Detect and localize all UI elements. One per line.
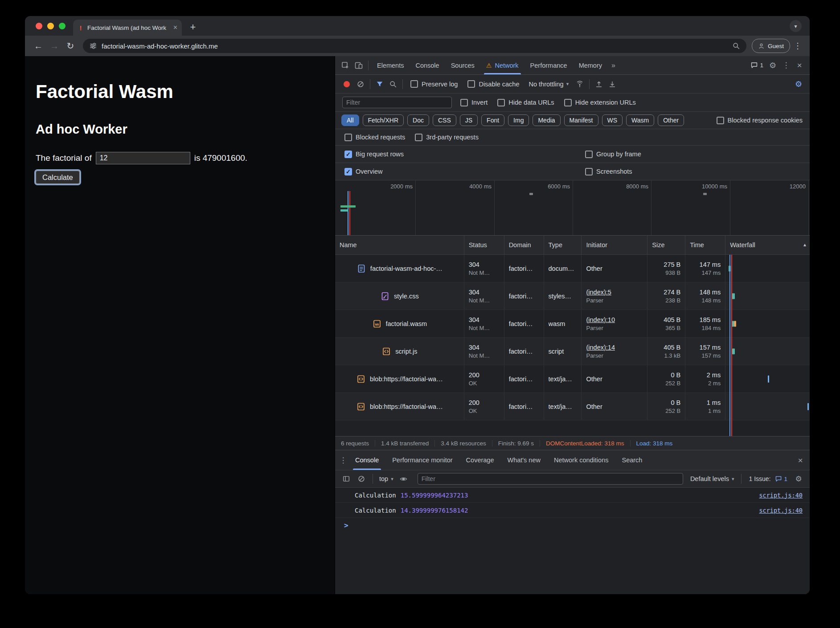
- overview-label[interactable]: Overview: [356, 168, 382, 175]
- big-request-rows-label[interactable]: Big request rows: [356, 151, 404, 158]
- hide-extension-urls-label[interactable]: Hide extension URLs: [575, 99, 636, 106]
- tab-console[interactable]: Console: [410, 56, 445, 74]
- group-by-frame-checkbox[interactable]: [585, 151, 593, 158]
- column-header-size[interactable]: Size: [647, 236, 685, 254]
- network-request-row[interactable]: blob:https://factorial-wa… 200OK factori…: [335, 393, 810, 420]
- drawer-close-icon[interactable]: ×: [794, 453, 807, 467]
- tab-elements[interactable]: Elements: [371, 56, 410, 74]
- column-header-status[interactable]: Status: [464, 236, 504, 254]
- screenshots-checkbox[interactable]: [585, 168, 593, 175]
- throttling-select[interactable]: No throttling ▾: [529, 81, 569, 88]
- initiator-link[interactable]: (index):5: [586, 289, 643, 296]
- drawer-tab-whats-new[interactable]: What's new: [500, 450, 547, 470]
- disable-cache-label[interactable]: Disable cache: [479, 81, 519, 88]
- import-har-icon[interactable]: [592, 77, 606, 91]
- devtools-menu-icon[interactable]: ⋮: [779, 59, 793, 72]
- filter-chip-font[interactable]: Font: [481, 114, 504, 126]
- filter-chip-img[interactable]: Img: [508, 114, 529, 126]
- omnibox[interactable]: factorial-wasm-ad-hoc-worker.glitch.me: [83, 39, 746, 53]
- column-header-initiator[interactable]: Initiator: [582, 236, 647, 254]
- hide-extension-urls-checkbox[interactable]: [564, 99, 572, 106]
- drawer-tab-coverage[interactable]: Coverage: [459, 450, 501, 470]
- tab-memory[interactable]: Memory: [573, 56, 608, 74]
- site-info-icon[interactable]: [89, 42, 97, 50]
- forward-button[interactable]: →: [47, 39, 61, 53]
- tab-search-button[interactable]: ▾: [790, 20, 802, 32]
- calculate-button[interactable]: Calculate: [36, 171, 80, 184]
- screenshots-label[interactable]: Screenshots: [596, 168, 632, 175]
- zoom-window-button[interactable]: [59, 23, 66, 29]
- live-expression-eye-icon[interactable]: [397, 472, 410, 485]
- initiator-link[interactable]: (index):10: [586, 316, 643, 323]
- third-party-requests-label[interactable]: 3rd-party requests: [426, 134, 479, 141]
- preserve-log-checkbox[interactable]: [410, 80, 418, 88]
- guest-badge[interactable]: Guest: [752, 39, 790, 53]
- device-toolbar-icon[interactable]: [352, 59, 365, 72]
- group-by-frame-label[interactable]: Group by frame: [596, 151, 641, 158]
- column-header-name[interactable]: Name: [335, 236, 464, 254]
- tab-network[interactable]: ⚠ Network: [480, 56, 524, 74]
- drawer-tab-performance-monitor[interactable]: Performance monitor: [385, 450, 459, 470]
- invert-checkbox[interactable]: [460, 99, 468, 106]
- console-filter-input[interactable]: [418, 473, 683, 485]
- hide-data-urls-checkbox[interactable]: [497, 99, 505, 106]
- network-settings-icon[interactable]: ⚙: [792, 77, 805, 91]
- export-har-icon[interactable]: [606, 77, 619, 91]
- drawer-menu-icon[interactable]: ⋮: [338, 453, 348, 467]
- blocked-response-cookies-checkbox[interactable]: [717, 117, 724, 124]
- disable-cache-checkbox[interactable]: [467, 80, 475, 88]
- blocked-response-cookies-label[interactable]: Blocked response cookies: [728, 117, 803, 124]
- column-header-time[interactable]: Time: [685, 236, 725, 254]
- hide-data-urls-label[interactable]: Hide data URLs: [508, 99, 554, 106]
- console-sidebar-icon[interactable]: [340, 472, 353, 485]
- drawer-tab-console[interactable]: Console: [348, 450, 385, 470]
- factorial-input[interactable]: [96, 152, 190, 164]
- close-window-button[interactable]: [36, 23, 42, 29]
- record-button[interactable]: [344, 81, 350, 87]
- overview-timeline[interactable]: 2000 ms 4000 ms 6000 ms 8000 ms 10000 ms…: [335, 180, 810, 236]
- default-levels-select[interactable]: Default levels ▾: [690, 475, 734, 482]
- column-header-waterfall[interactable]: Waterfall ▲: [725, 236, 810, 254]
- message-source-link[interactable]: script.js:40: [759, 507, 803, 514]
- filter-chip-ws[interactable]: WS: [602, 114, 623, 126]
- network-conditions-icon[interactable]: [573, 77, 586, 91]
- clear-network-icon[interactable]: [354, 77, 367, 91]
- devtools-close-icon[interactable]: ×: [793, 59, 806, 72]
- tab-performance[interactable]: Performance: [524, 56, 573, 74]
- inspect-icon[interactable]: [339, 59, 352, 72]
- filter-funnel-icon[interactable]: [373, 77, 386, 91]
- filter-chip-other[interactable]: Other: [658, 114, 684, 126]
- filter-chip-manifest[interactable]: Manifest: [564, 114, 598, 126]
- drawer-tab-network-conditions[interactable]: Network conditions: [547, 450, 615, 470]
- drawer-tab-search[interactable]: Search: [615, 450, 649, 470]
- filter-chip-wasm[interactable]: Wasm: [626, 114, 654, 126]
- third-party-requests-checkbox[interactable]: [415, 134, 422, 141]
- filter-chip-all[interactable]: All: [341, 114, 359, 126]
- column-header-domain[interactable]: Domain: [504, 236, 544, 254]
- network-request-row[interactable]: factorial-wasm-ad-hoc-… 304Not M… factor…: [335, 255, 810, 282]
- back-button[interactable]: ←: [31, 39, 45, 53]
- devtools-settings-icon[interactable]: ⚙: [766, 59, 779, 72]
- filter-chip-fetch-xhr[interactable]: Fetch/XHR: [363, 114, 404, 126]
- zoom-icon[interactable]: [732, 42, 740, 50]
- filter-chip-css[interactable]: CSS: [433, 114, 456, 126]
- big-request-rows-checkbox[interactable]: ✓: [344, 151, 352, 158]
- browser-tab[interactable]: ! Factorial Wasm (ad hoc Work ×: [73, 20, 182, 36]
- column-header-type[interactable]: Type: [544, 236, 582, 254]
- minimize-window-button[interactable]: [47, 23, 54, 29]
- invert-label[interactable]: Invert: [471, 99, 488, 106]
- message-source-link[interactable]: script.js:40: [759, 492, 803, 499]
- more-tabs-icon[interactable]: »: [608, 62, 619, 69]
- context-selector[interactable]: top ▾: [379, 475, 393, 482]
- network-filter-input[interactable]: [342, 97, 452, 108]
- filter-chip-js[interactable]: JS: [460, 114, 478, 126]
- blocked-requests-label[interactable]: Blocked requests: [356, 134, 405, 141]
- new-tab-button[interactable]: +: [186, 20, 200, 34]
- network-request-row[interactable]: script.js 304Not M… factori… script (ind…: [335, 338, 810, 365]
- issues-counter[interactable]: 1: [775, 475, 787, 482]
- filter-chip-doc[interactable]: Doc: [407, 114, 429, 126]
- console-prompt[interactable]: >: [335, 518, 810, 533]
- tab-sources[interactable]: Sources: [445, 56, 480, 74]
- browser-menu-icon[interactable]: ⋮: [792, 42, 803, 50]
- issues-badge[interactable]: 1: [748, 61, 766, 69]
